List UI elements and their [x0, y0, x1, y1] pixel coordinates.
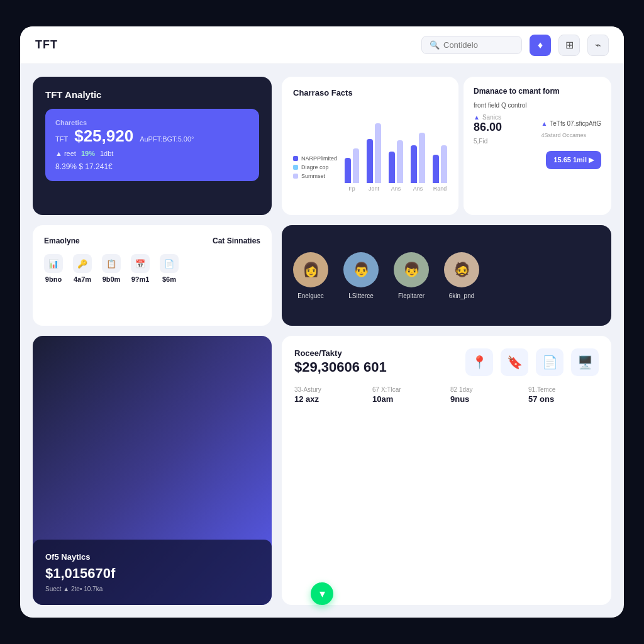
purple-card-value: $1,015670f — [45, 565, 259, 582]
finance-secondary-label: TeTfs 07.sficpAftG — [550, 120, 601, 127]
analytics-name: TFT — [55, 135, 68, 143]
stat-value-1: 9bno — [45, 275, 62, 283]
bar-blue-3 — [389, 152, 395, 183]
stat-item-2: 🔑 4a7m — [73, 254, 92, 283]
analytics-section-label: Charetics — [55, 119, 249, 126]
analytics-percent-label: ▲ reet — [55, 150, 76, 157]
stats-grid-value-2: 10am — [372, 394, 443, 404]
employee-title: Emaolyne — [44, 236, 80, 245]
legend-label-1: NARPPlimited — [301, 155, 337, 162]
legend-item-2: Diagre cop — [293, 164, 337, 170]
grid-nav-btn[interactable]: ⊞ — [558, 35, 580, 56]
avatar-1: 👩 — [293, 252, 328, 287]
finance-top: Dmanace to cmant form — [474, 87, 601, 96]
analytics-detail: 1dbt — [100, 150, 113, 157]
legend-item-3: Summset — [293, 173, 337, 179]
chart-legend: NARPPlimited Diagre cop Summset — [293, 155, 337, 192]
bar-group-5: Rand — [433, 114, 447, 192]
legend-dot-purple — [293, 174, 298, 179]
search-icon: 🔍 — [430, 40, 440, 50]
stat-item-5: 📄 $6m — [160, 254, 179, 283]
row2: Emaolyne Cat Sinnaties 📊 9bno 🔑 4a7m 📋 9… — [33, 225, 611, 326]
stat-item-3: 📋 9b0m — [102, 254, 121, 283]
stat-icon-1: 📊 — [44, 254, 63, 273]
team-member-4: 🧔 6kin_pnd — [444, 252, 479, 299]
team-member-1: 👩 Enelguec — [293, 252, 328, 299]
stats-left: Rocee/Takty $29,30606 601 — [294, 348, 387, 375]
bar-group-2: Jont — [367, 114, 381, 192]
link-nav-btn[interactable]: ⌁ — [587, 35, 609, 56]
search-input[interactable] — [443, 40, 514, 50]
bar-wrap-1 — [345, 114, 359, 183]
analytics-card-title: TFT Analytic — [45, 89, 259, 100]
stat-item-1: 📊 9bno — [44, 254, 63, 283]
row1: TFT Analytic Charetics TFT $25,920 AuPFT… — [33, 77, 611, 215]
primary-nav-btn[interactable]: ♦ — [530, 35, 551, 56]
stats-grid-item-2: 67 X:Tlcar 10am — [372, 386, 443, 404]
finance-amount: 86.00 — [474, 121, 502, 134]
stat-icon-4: 📅 — [131, 254, 150, 273]
stats-grid-value-1: 12 axz — [294, 394, 365, 404]
finance-up-icon: ▲ Sanics — [474, 114, 502, 121]
stats-title: Rocee/Takty — [294, 348, 387, 358]
stats-grid-item-1: 33-Astury 12 axz — [294, 386, 365, 404]
stats-icon-2: 🔖 — [501, 348, 528, 376]
team-card: 👩 Enelguec 👨 LSitterce 👦 Flepitarer 🧔 6k… — [282, 225, 611, 326]
stat-icon-2: 🔑 — [73, 254, 92, 273]
employee-stats: 📊 9bno 🔑 4a7m 📋 9b0m 📅 9?m1 — [44, 254, 260, 283]
stats-main-value: $29,30606 601 — [294, 359, 387, 375]
legend-dot-light — [293, 165, 298, 170]
bar-label-5: Rand — [433, 186, 447, 192]
finance-secondary-row: ▲ TeTfs 07.sficpAftG — [541, 120, 601, 127]
chart-title: Charraso Facts — [293, 88, 447, 97]
analytics-percent: 19% — [81, 150, 95, 157]
search-bar[interactable]: 🔍 — [421, 36, 522, 54]
finance-title: Dmanace to cmant form — [474, 87, 560, 96]
member-name-2: LSitterce — [348, 292, 373, 299]
finance-action-row[interactable]: 15.65 1mil ▶ — [474, 151, 601, 169]
analytics-row2: ▲ reet 19% 1dbt — [55, 150, 249, 157]
content-area: TFT Analytic Charetics TFT $25,920 AuPFT… — [20, 64, 624, 618]
employee-card: Emaolyne Cat Sinnaties 📊 9bno 🔑 4a7m 📋 9… — [33, 225, 272, 326]
bar-label-2: Jont — [369, 186, 379, 192]
stats-grid-label-1: 33-Astury — [294, 386, 365, 393]
team-member-3: 👦 Flepitarer — [394, 252, 429, 299]
legend-item-1: NARPPlimited — [293, 155, 337, 162]
analytics-inner: Charetics TFT $25,920 AuPFT:BGT:5.00° ▲ … — [45, 109, 259, 181]
finance-meta-row: front field Q control — [474, 102, 601, 109]
analytics-value-row: TFT $25,920 AuPFT:BGT:5.00° — [55, 126, 249, 146]
bar-group-1: Fp — [345, 114, 359, 192]
finance-values-row: ▲ Sanics 86.00 5,Fid ▲ TeTfs 07.sficpAft… — [474, 114, 601, 145]
bar-group-3: Ans — [389, 114, 403, 192]
navbar: TFT 🔍 ♦ ⊞ ⌁ — [20, 26, 624, 64]
stats-icons-row: 📍 🔖 📄 🖥️ — [465, 348, 599, 376]
analytics-main-value: $25,920 — [74, 126, 133, 146]
employee-col-title: Cat Sinnaties — [213, 236, 260, 245]
legend-dot-blue — [293, 156, 298, 161]
finance-action-btn[interactable]: 15.65 1mil ▶ — [546, 151, 601, 169]
finance-secondary: ▲ TeTfs 07.sficpAftG 4Sstard Occames — [541, 120, 601, 138]
chart-area: NARPPlimited Diagre cop Summset — [293, 104, 447, 192]
stat-value-4: 9?m1 — [131, 275, 150, 283]
legend-label-3: Summset — [301, 173, 325, 179]
bar-light-3 — [397, 140, 403, 183]
bar-blue-2 — [367, 139, 373, 183]
stat-value-5: $6m — [162, 275, 176, 283]
fab-button[interactable]: ▾ — [311, 582, 333, 605]
stats-icon-4: 🖥️ — [571, 348, 599, 376]
member-name-4: 6kin_pnd — [449, 292, 475, 299]
finance-tertiary: 4Sstard Occames — [541, 132, 601, 138]
avatar-2: 👨 — [343, 252, 379, 287]
bar-label-4: Ans — [413, 186, 423, 192]
bar-light-5 — [441, 145, 447, 183]
purple-card-inner: Of5 Naytics $1,015670f Suect ▲ 2te• 10.7… — [33, 540, 272, 605]
finance-card: Dmanace to cmant form front field Q cont… — [464, 77, 611, 215]
bar-blue-1 — [345, 158, 351, 183]
bar-wrap-5 — [433, 114, 447, 183]
stats-grid-item-3: 82 1day 9nus — [450, 386, 521, 404]
bar-label-3: Ans — [391, 186, 401, 192]
navbar-right: 🔍 ♦ ⊞ ⌁ — [421, 35, 609, 56]
bar-light-4 — [419, 133, 425, 183]
stat-value-3: 9b0m — [103, 275, 121, 283]
stats-grid-item-4: 91.Temce 57 ons — [528, 386, 599, 404]
